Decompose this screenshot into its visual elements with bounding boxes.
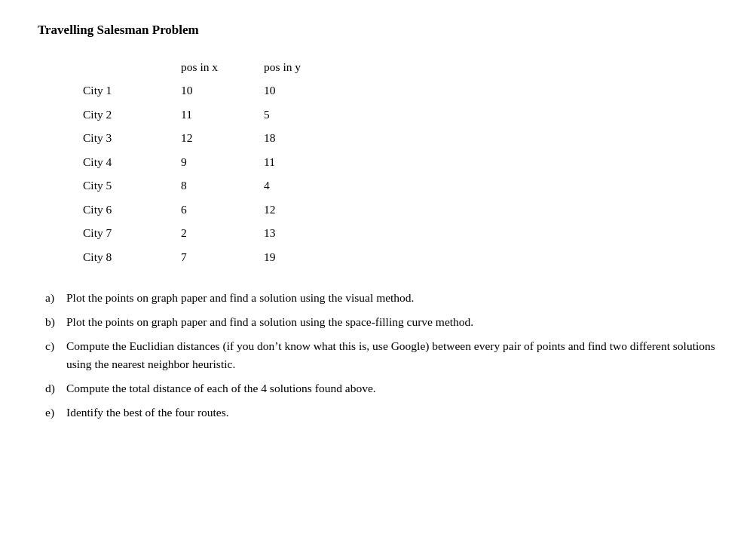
table-row-x-7: 2 <box>181 222 264 244</box>
question-item-c: c)Compute the Euclidian distances (if yo… <box>45 337 718 373</box>
question-text-1: Plot the points on graph paper and find … <box>66 313 718 331</box>
header-pos-x: pos in x <box>181 56 264 78</box>
question-item-a: a)Plot the points on graph paper and fin… <box>45 289 718 307</box>
table-row-y-5: 4 <box>264 174 347 196</box>
table-row-city-2: City 2 <box>83 103 181 125</box>
table-row-y-3: 18 <box>264 127 347 149</box>
question-text-4: Identify the best of the four routes. <box>66 404 718 422</box>
page-title: Travelling Salesman Problem <box>38 23 718 38</box>
table-row-x-3: 12 <box>181 127 264 149</box>
question-label-1: b) <box>45 313 66 331</box>
table-row-y-1: 10 <box>264 79 347 101</box>
question-item-e: e)Identify the best of the four routes. <box>45 404 718 422</box>
question-item-b: b)Plot the points on graph paper and fin… <box>45 313 718 331</box>
table-row-y-7: 13 <box>264 222 347 244</box>
question-label-0: a) <box>45 289 66 307</box>
table-row-city-6: City 6 <box>83 198 181 220</box>
table-row-x-1: 10 <box>181 79 264 101</box>
question-label-2: c) <box>45 337 66 355</box>
questions-list: a)Plot the points on graph paper and fin… <box>38 289 718 422</box>
header-city <box>83 56 181 78</box>
table-row-y-2: 5 <box>264 103 347 125</box>
table-row-city-5: City 5 <box>83 174 181 196</box>
question-item-d: d)Compute the total distance of each of … <box>45 379 718 397</box>
table-row-city-1: City 1 <box>83 79 181 101</box>
city-data-table: pos in x pos in y City 11010City 2115Cit… <box>83 56 718 268</box>
question-label-3: d) <box>45 379 66 397</box>
table-row-x-8: 7 <box>181 246 264 268</box>
table-row-x-4: 9 <box>181 151 264 173</box>
table-row-city-3: City 3 <box>83 127 181 149</box>
table-row-y-8: 19 <box>264 246 347 268</box>
table-row-x-6: 6 <box>181 198 264 220</box>
header-pos-y: pos in y <box>264 56 347 78</box>
table-row-x-2: 11 <box>181 103 264 125</box>
question-text-2: Compute the Euclidian distances (if you … <box>66 337 718 373</box>
question-text-0: Plot the points on graph paper and find … <box>66 289 718 307</box>
table-row-x-5: 8 <box>181 174 264 196</box>
table-row-y-4: 11 <box>264 151 347 173</box>
question-text-3: Compute the total distance of each of th… <box>66 379 718 397</box>
table-grid: pos in x pos in y City 11010City 2115Cit… <box>83 56 718 268</box>
table-row-y-6: 12 <box>264 198 347 220</box>
table-row-city-8: City 8 <box>83 246 181 268</box>
table-row-city-7: City 7 <box>83 222 181 244</box>
table-row-city-4: City 4 <box>83 151 181 173</box>
question-label-4: e) <box>45 404 66 422</box>
